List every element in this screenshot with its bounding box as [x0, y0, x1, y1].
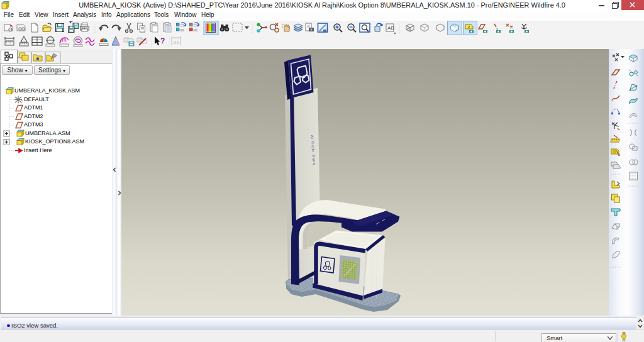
svg-text:AB: AB — [387, 25, 394, 31]
svg-text:d1: d1 — [174, 40, 179, 45]
svg-text:Z: Z — [468, 25, 470, 29]
svg-text:?: ? — [160, 36, 165, 45]
